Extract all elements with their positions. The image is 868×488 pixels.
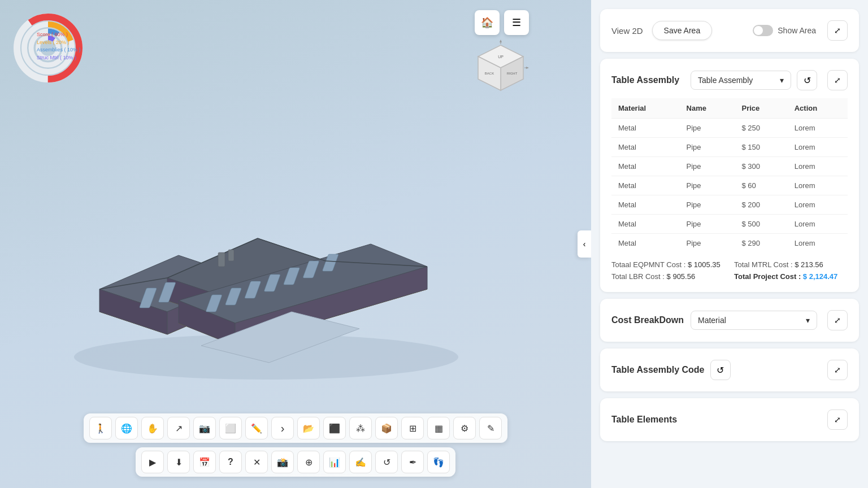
table-assembly-expand-button[interactable]: ⤢ [827,70,848,90]
nav-cube: UP RIGHT BACK [472,40,529,96]
refresh2-tool[interactable]: ↺ [375,451,398,473]
play-tool[interactable]: ▶ [141,451,164,473]
cost-summary: Totaal EQPMNT Cost : $ 1005.35 Total MTR… [611,260,848,281]
view2d-label: View 2D [611,26,643,36]
arrow-tool[interactable]: ↗ [167,417,190,439]
planet-tool[interactable]: 🌐 [115,417,138,439]
cancel-tool[interactable]: ✕ [245,451,268,473]
question-tool[interactable]: ? [219,451,242,473]
cell-action-2: Lorem [788,157,848,176]
top-bar: View 2D Save Area Show Area ⤢ [611,20,848,41]
legend-struc: Struc Mtrl ( 10% ) [37,54,81,62]
cell-name-3: Pipe [680,176,735,195]
pencil-tool[interactable]: ✏️ [245,417,268,439]
svg-rect-46 [228,250,234,261]
project-cost-label: Total Project Cost : [734,272,801,281]
cell-price-3: $ 60 [735,176,788,195]
cost-breakdown-header: Cost BreakDown Material ▾ ⤢ [611,310,848,330]
viewport: Score ( 60% ) Levels ( 20% ) Assemblies … [0,0,591,488]
legend-levels: Levels ( 20% ) [37,39,81,47]
right-panel: View 2D Save Area Show Area ⤢ Table Asse… [591,0,868,488]
camera-tool[interactable]: 📷 [193,417,216,439]
chevron-down-icon: ▾ [780,76,784,85]
col-price: Price [735,98,788,119]
svg-marker-17 [526,67,529,69]
legend-score: Score ( 60% ) [37,31,81,39]
eqpmnt-cost: Totaal EQPMNT Cost : $ 1005.35 [611,260,725,269]
col-name: Name [680,98,735,119]
gear-tool[interactable]: ⚙ [453,417,476,439]
show-area-toggle-group: Show Area [753,25,816,36]
table-elements-title: Table Elements [611,415,685,425]
hand-tool[interactable]: ✋ [141,417,164,439]
layers-tool[interactable]: ⬛ [323,417,346,439]
calendar-tool[interactable]: 📅 [193,451,216,473]
table-row: MetalPipe$ 200Lorem [611,195,848,215]
table-elements-card: Table Elements ⤢ [600,398,859,441]
building-3d [54,154,478,380]
toolbar-row-1: 🚶 🌐 ✋ ↗ 📷 ⬜ ✏️ › 📂 ⬛ ⁂ 📦 ⊞ ▦ ⚙ ✎ [84,413,507,443]
cell-price-6: $ 290 [735,234,788,253]
cell-action-6: Lorem [788,234,848,253]
table-assembly-code-card: Table Assembly Code ↺ ⤢ [600,348,859,391]
chevron-tool[interactable]: › [271,417,294,439]
cell-price-5: $ 500 [735,215,788,234]
cell-action-3: Lorem [788,176,848,195]
score-legend: Score ( 60% ) Levels ( 20% ) Assemblies … [37,31,81,62]
cube-outline-tool[interactable]: ⬜ [219,417,242,439]
table-assembly-code-refresh-button[interactable]: ↺ [710,360,731,380]
cell-material-5: Metal [611,215,680,234]
table-assembly-dropdown-value: Table Assembly [698,76,753,85]
table-elements-expand-button[interactable]: ⤢ [827,409,848,430]
table-row: MetalPipe$ 60Lorem [611,176,848,195]
dots-tool[interactable]: ⁂ [349,417,372,439]
save-area-button[interactable]: Save Area [652,21,713,40]
edit-tool[interactable]: ✎ [479,417,502,439]
lbr-cost: Total LBR Cost : $ 905.56 [611,272,725,281]
pen-tool[interactable]: ✒ [401,451,424,473]
home-button[interactable]: 🏠 [475,10,500,35]
folder-tool[interactable]: 📂 [297,417,320,439]
download-tool[interactable]: ⬇ [167,451,190,473]
top-bar-expand-button[interactable]: ⤢ [827,20,848,41]
person-tool[interactable]: 🚶 [89,417,112,439]
cell-name-6: Pipe [680,234,735,253]
top-bar-card: View 2D Save Area Show Area ⤢ [600,9,859,52]
show-area-label: Show Area [778,26,816,35]
col-material: Material [611,98,680,119]
mtrl-cost: Total MTRL Cost : $ 213.56 [734,260,848,269]
table-assembly-dropdown[interactable]: Table Assembly ▾ [691,71,791,90]
table-row: MetalPipe$ 250Lorem [611,119,848,138]
collapse-panel-button[interactable]: ‹ [578,230,591,258]
cell-name-1: Pipe [680,138,735,157]
table-tool[interactable]: ▦ [427,417,450,439]
cost-breakdown-dropdown[interactable]: Material ▾ [691,311,817,330]
bottom-toolbar: 🚶 🌐 ✋ ↗ 📷 ⬜ ✏️ › 📂 ⬛ ⁂ 📦 ⊞ ▦ ⚙ ✎ ▶ ⬇ 📅 ?… [84,413,507,477]
target-tool[interactable]: ⊕ [297,451,320,473]
menu-button[interactable]: ☰ [504,10,529,35]
cell-action-5: Lorem [788,215,848,234]
show-area-toggle[interactable] [753,25,773,36]
edit3-tool[interactable]: ✍ [349,451,372,473]
project-cost-value: $ 2,124.47 [803,272,837,281]
cell-material-6: Metal [611,234,680,253]
connect-tool[interactable]: ⊞ [401,417,424,439]
box-tool[interactable]: 📦 [375,417,398,439]
cost-breakdown-chevron-icon: ▾ [806,316,810,325]
table-row: MetalPipe$ 500Lorem [611,215,848,234]
steps-tool[interactable]: 👣 [427,451,450,473]
cost-breakdown-card: Cost BreakDown Material ▾ ⤢ [600,299,859,342]
eqpmnt-cost-value: $ 1005.35 [688,260,721,269]
table-assembly-refresh-button[interactable]: ↺ [797,70,817,90]
screenshot-tool[interactable]: 📸 [271,451,294,473]
cell-material-2: Metal [611,157,680,176]
svg-marker-15 [500,40,502,42]
cost-breakdown-expand-button[interactable]: ⤢ [827,310,848,330]
table-assembly-code-title: Table Assembly Code [611,365,705,375]
col-action: Action [788,98,848,119]
table-assembly-code-expand-button[interactable]: ⤢ [827,360,848,380]
cell-action-0: Lorem [788,119,848,138]
chart-tool[interactable]: 📊 [323,451,346,473]
viewport-top-buttons: 🏠 ☰ [475,10,529,35]
cell-action-4: Lorem [788,195,848,215]
